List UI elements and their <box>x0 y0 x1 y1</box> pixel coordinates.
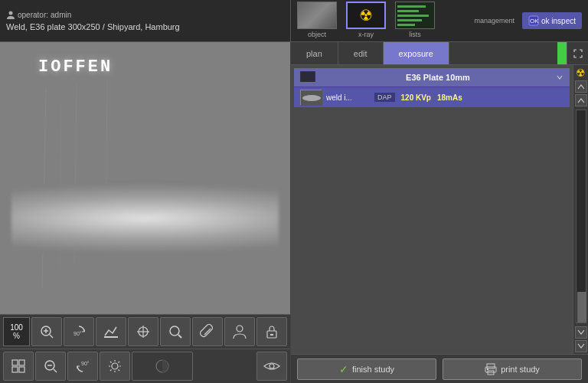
tab-active-indicator <box>557 42 567 64</box>
view-all-button[interactable] <box>3 352 34 381</box>
svg-rect-24 <box>12 367 18 372</box>
eye-button[interactable] <box>256 352 287 381</box>
svg-point-19 <box>237 326 243 332</box>
content-area: E36 Plate 10mm weld <box>291 65 588 354</box>
lock-icon <box>264 324 279 339</box>
scratch-overlay <box>0 42 290 314</box>
svg-point-0 <box>9 11 13 15</box>
brightness-icon <box>107 358 122 374</box>
user-button[interactable] <box>224 317 255 346</box>
tab-exposure[interactable]: exposure <box>384 42 449 64</box>
person-icon <box>6 11 15 20</box>
measure-icon <box>168 324 183 339</box>
group-expand-icon <box>556 74 564 81</box>
rotate2-button[interactable]: 90° <box>67 352 98 381</box>
zoom-out-button[interactable] <box>35 352 66 381</box>
crosshair-icon <box>136 324 151 339</box>
chevron-up2-icon <box>577 97 585 103</box>
study-item-thumbnail <box>300 90 322 105</box>
svg-point-16 <box>170 326 179 336</box>
nav-lists-label: lists <box>409 31 421 38</box>
crosshair-button[interactable] <box>128 317 158 346</box>
nav-lists-section: lists <box>395 2 435 38</box>
study-item-tag: DAP <box>374 93 395 102</box>
svg-line-35 <box>110 362 112 363</box>
svg-rect-21 <box>270 334 273 336</box>
zoom-in-button[interactable] <box>31 317 62 346</box>
svg-line-36 <box>119 370 120 372</box>
svg-line-37 <box>110 370 112 372</box>
study-group-header[interactable]: E36 Plate 10mm <box>294 68 570 87</box>
svg-line-17 <box>178 335 181 338</box>
svg-point-30 <box>112 363 118 369</box>
svg-line-38 <box>119 362 120 363</box>
bottom-action-bar: ✓ finish study print study <box>291 354 588 383</box>
study-group-title: E36 Plate 10mm <box>406 73 470 82</box>
management-area: management OK ok inspect <box>468 12 582 29</box>
finish-study-button[interactable]: ✓ finish study <box>297 358 436 380</box>
print-study-button[interactable]: print study <box>443 358 582 380</box>
image-area: IOFFEN <box>0 42 290 314</box>
overlay-button[interactable] <box>132 352 193 381</box>
zoom-out-icon <box>44 359 57 373</box>
lock-button[interactable] <box>256 317 287 346</box>
svg-rect-25 <box>19 367 24 372</box>
nav-tabs: object ☢ x-ray <box>297 3 435 38</box>
nav-lists-thumb[interactable] <box>395 2 435 29</box>
ok-inspect-button[interactable]: OK ok inspect <box>522 12 582 29</box>
main: IOFFEN 100 % <box>0 42 588 383</box>
scroll-up-button[interactable] <box>575 80 587 93</box>
nav-xray-thumb[interactable]: ☢ <box>346 2 386 29</box>
rotate-button[interactable]: 90° <box>64 317 94 346</box>
scroll-up2-button[interactable] <box>575 94 587 106</box>
toolbar-row1: 100 % 90° <box>0 315 290 349</box>
svg-rect-48 <box>487 368 488 370</box>
tab-plan[interactable]: plan <box>291 42 338 64</box>
svg-rect-45 <box>487 364 495 368</box>
right-scrollbar-area: ☢ <box>573 65 588 354</box>
scroll-down2-button[interactable] <box>575 326 587 339</box>
user-icon <box>232 324 247 339</box>
nav-object-thumb[interactable] <box>297 2 337 29</box>
chevron-down-icon <box>577 343 585 349</box>
operator-name: admin <box>51 11 71 19</box>
svg-text:90°: 90° <box>81 361 90 366</box>
expand-button[interactable] <box>567 42 588 64</box>
study-group-icon <box>300 71 315 83</box>
study-item-name: weld i... <box>326 93 368 102</box>
study-item[interactable]: weld i... DAP 120 KVp 18mAs <box>294 87 570 107</box>
svg-text:90°: 90° <box>74 331 82 336</box>
study-item-mas: 18mAs <box>437 93 462 102</box>
svg-rect-12 <box>104 336 118 338</box>
header: operator: admin Weld, E36 plate 300x250 … <box>0 0 588 42</box>
eye-icon <box>263 360 280 372</box>
wrench-icon <box>200 324 215 339</box>
svg-text:OK: OK <box>530 18 539 25</box>
chevron-down2-icon <box>577 329 585 336</box>
header-left: operator: admin Weld, E36 plate 300x250 … <box>0 0 291 41</box>
tabs-bar: plan edit exposure <box>291 42 588 65</box>
study-list: E36 Plate 10mm weld <box>291 65 573 354</box>
svg-rect-23 <box>19 360 24 365</box>
weld-thumb-icon <box>301 90 322 106</box>
check-icon: ✓ <box>339 363 348 375</box>
svg-rect-22 <box>12 360 18 365</box>
scrollbar-track[interactable] <box>576 110 586 323</box>
group-thumb-icon <box>300 71 315 82</box>
header-nav: object ☢ x-ray <box>291 0 588 41</box>
measure-button[interactable] <box>160 317 191 346</box>
settings-button[interactable] <box>192 317 223 346</box>
levels-button[interactable] <box>96 317 126 346</box>
weld-display: IOFFEN <box>0 42 290 314</box>
nav-xray-section: ☢ x-ray <box>346 2 386 38</box>
scrollbar-thumb[interactable] <box>577 292 586 322</box>
chevron-up-icon <box>577 83 585 90</box>
study-item-kv: 120 KVp <box>401 93 431 102</box>
zoom-in-icon <box>40 325 54 339</box>
radiation-thumb-icon: ☢ <box>359 6 373 25</box>
tab-edit[interactable]: edit <box>338 42 384 64</box>
scroll-down-button[interactable] <box>575 340 587 352</box>
svg-point-40 <box>270 364 274 368</box>
expand-icon <box>573 48 583 59</box>
brightness-button[interactable] <box>100 352 130 381</box>
